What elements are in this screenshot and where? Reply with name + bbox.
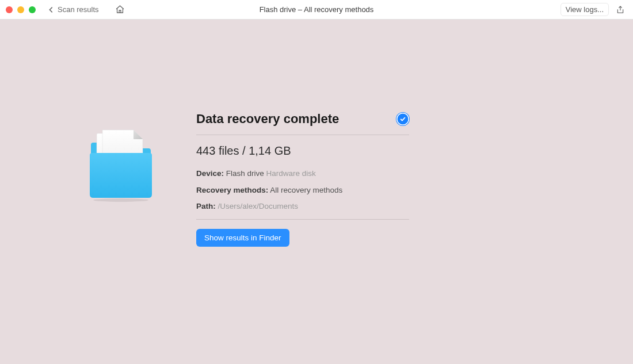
chevron-left-icon [47,6,55,14]
show-results-button[interactable]: Show results in Finder [196,229,289,247]
device-value: Flash drive [226,169,264,178]
device-type: Hardware disk [266,169,316,178]
title-row: Data recovery complete [196,112,409,127]
methods-value: All recovery methods [270,186,342,194]
methods-row: Recovery methods: All recovery methods [196,185,409,196]
share-icon [616,5,625,15]
home-button[interactable] [115,5,125,14]
path-label: Path: [196,202,216,210]
close-window-button[interactable] [6,6,13,13]
folder-illustration [86,112,164,247]
divider [196,219,409,220]
view-logs-button[interactable]: View logs... [560,3,609,16]
methods-label: Recovery methods: [196,186,268,194]
svg-point-1 [93,198,148,202]
main-content: Data recovery complete 443 files / 1,14 … [0,20,633,247]
window-title: Flash drive – All recovery methods [260,5,374,14]
check-icon [399,116,406,122]
share-button[interactable] [616,5,627,15]
minimize-window-button[interactable] [17,6,24,13]
folder-icon [86,128,155,202]
maximize-window-button[interactable] [29,6,36,13]
back-label: Scan results [58,5,99,14]
result-heading: Data recovery complete [196,112,339,127]
toolbar-right: View logs... [560,3,627,16]
divider [196,135,409,135]
home-icon [115,5,125,14]
traffic-lights [6,6,36,13]
path-value: /Users/alex/Documents [218,202,299,210]
details-panel: Data recovery complete 443 files / 1,14 … [196,112,409,247]
content-inner: Data recovery complete 443 files / 1,14 … [81,112,552,247]
device-label: Device: [196,169,224,178]
path-row: Path: /Users/alex/Documents [196,201,409,212]
success-badge [396,113,409,125]
back-button[interactable]: Scan results [47,5,99,14]
device-row: Device: Flash drive Hardware disk [196,168,409,179]
toolbar: Scan results Flash drive – All recovery … [0,0,633,20]
stats-text: 443 files / 1,14 GB [196,144,409,158]
